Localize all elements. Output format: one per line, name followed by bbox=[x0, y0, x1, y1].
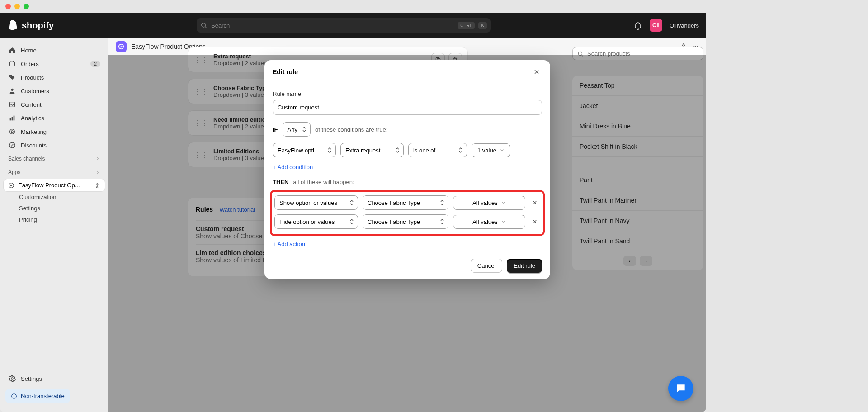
subnav-pricing[interactable]: Pricing bbox=[4, 214, 105, 225]
target-icon bbox=[8, 128, 16, 136]
action-type-select[interactable]: Hide option or values bbox=[274, 214, 358, 229]
mac-close-dot[interactable] bbox=[5, 4, 11, 9]
edit-rule-button[interactable]: Edit rule bbox=[507, 259, 542, 273]
shopify-logo[interactable]: shopify bbox=[7, 19, 54, 31]
app-icon bbox=[116, 41, 127, 52]
info-icon bbox=[11, 393, 17, 399]
svg-point-4 bbox=[11, 89, 13, 91]
cancel-button[interactable]: Cancel bbox=[471, 259, 502, 273]
rule-name-input[interactable] bbox=[273, 100, 542, 115]
then-text: all of these will happen: bbox=[293, 179, 354, 185]
chevron-down-icon bbox=[499, 147, 505, 153]
app-pill[interactable]: EasyFlow Product Op... bbox=[4, 179, 105, 191]
action-value-button[interactable]: All values bbox=[453, 196, 525, 210]
add-action-link[interactable]: + Add action bbox=[273, 241, 542, 247]
svg-point-9 bbox=[10, 129, 15, 134]
nav-settings[interactable]: Settings bbox=[4, 372, 105, 385]
action-target-select[interactable]: Choose Fabric Type bbox=[363, 214, 448, 229]
nav-analytics[interactable]: Analytics bbox=[4, 111, 105, 125]
conditions-text: of these conditions are true: bbox=[315, 126, 387, 133]
condition-value-button[interactable]: 1 value bbox=[472, 143, 510, 157]
condition-option-select[interactable]: Extra request bbox=[340, 143, 404, 157]
kbd-ctrl: CTRL bbox=[458, 22, 475, 29]
add-condition-link[interactable]: + Add condition bbox=[273, 164, 542, 170]
close-icon[interactable] bbox=[531, 66, 542, 77]
svg-rect-7 bbox=[12, 117, 13, 120]
user-name[interactable]: Ollivanders bbox=[670, 22, 699, 29]
modal-title: Edit rule bbox=[273, 68, 298, 76]
action-target-select[interactable]: Choose Fabric Type bbox=[363, 195, 448, 210]
chevron-right-icon bbox=[95, 170, 100, 175]
remove-action-icon[interactable] bbox=[530, 217, 540, 227]
orders-badge: 2 bbox=[90, 61, 100, 67]
nav-content[interactable]: Content bbox=[4, 98, 105, 111]
nav-apps[interactable]: Apps bbox=[4, 166, 105, 179]
svg-rect-2 bbox=[10, 62, 15, 66]
svg-line-1 bbox=[205, 27, 207, 28]
action-value-button[interactable]: All values bbox=[453, 215, 525, 229]
svg-point-12 bbox=[9, 183, 14, 188]
condition-operator-select[interactable]: is one of bbox=[408, 143, 467, 157]
svg-point-0 bbox=[202, 23, 206, 27]
chat-fab[interactable] bbox=[668, 376, 693, 401]
home-icon bbox=[8, 46, 16, 54]
nav-discounts[interactable]: Discounts bbox=[4, 138, 105, 152]
chevron-down-icon bbox=[500, 219, 506, 224]
bell-icon[interactable] bbox=[633, 21, 642, 30]
nav-sales-channels[interactable]: Sales channels bbox=[4, 152, 105, 166]
if-label: IF bbox=[273, 126, 278, 133]
svg-point-13 bbox=[11, 378, 13, 379]
subnav-customization[interactable]: Customization bbox=[4, 191, 105, 203]
orders-icon bbox=[8, 60, 16, 68]
nav-home[interactable]: Home bbox=[4, 43, 105, 57]
main: EasyFlow Product Options ⋮⋮ Extra reques… bbox=[108, 38, 706, 412]
person-icon bbox=[8, 87, 16, 95]
subnav-settings[interactable]: Settings bbox=[4, 203, 105, 214]
match-type-select[interactable]: Any bbox=[283, 122, 311, 137]
check-circle-icon bbox=[8, 182, 14, 189]
global-search[interactable]: Search CTRL K bbox=[197, 18, 491, 33]
chat-icon bbox=[675, 383, 687, 394]
mac-min-dot[interactable] bbox=[14, 4, 20, 9]
action-type-select[interactable]: Show option or values bbox=[274, 195, 358, 210]
nav-products[interactable]: Products bbox=[4, 71, 105, 84]
pin-icon[interactable] bbox=[94, 182, 100, 189]
analytics-icon bbox=[8, 114, 16, 122]
svg-rect-6 bbox=[10, 118, 11, 120]
sidebar: Home Orders2 Products Customers Content … bbox=[0, 38, 108, 412]
chevron-down-icon bbox=[500, 200, 506, 205]
svg-point-10 bbox=[11, 131, 13, 133]
edit-rule-modal: Edit rule Rule name IF Any of these cond… bbox=[264, 60, 550, 279]
discount-icon bbox=[8, 141, 16, 149]
brand-text: shopify bbox=[22, 20, 54, 31]
chevron-right-icon bbox=[95, 156, 100, 161]
nontransferable-badge[interactable]: Non-transferable bbox=[5, 389, 70, 403]
topbar: shopify Search CTRL K Oll Ollivanders bbox=[0, 13, 706, 38]
nav-customers[interactable]: Customers bbox=[4, 84, 105, 98]
nav-marketing[interactable]: Marketing bbox=[4, 125, 105, 138]
svg-rect-8 bbox=[14, 116, 15, 121]
svg-point-23 bbox=[578, 52, 582, 55]
svg-point-3 bbox=[10, 76, 11, 76]
mac-titlebar bbox=[0, 0, 706, 13]
nav-orders[interactable]: Orders2 bbox=[4, 57, 105, 71]
then-label: THEN bbox=[273, 179, 288, 185]
content-icon bbox=[8, 100, 16, 109]
condition-source-select[interactable]: EasyFlow opti... bbox=[273, 143, 336, 157]
remove-action-icon[interactable] bbox=[530, 198, 540, 208]
rule-name-label: Rule name bbox=[273, 90, 542, 97]
search-icon bbox=[200, 22, 208, 29]
kbd-k: K bbox=[478, 22, 487, 29]
search-placeholder: Search bbox=[211, 22, 454, 29]
avatar[interactable]: Oll bbox=[650, 19, 662, 32]
actions-highlight: Show option or values Choose Fabric Type… bbox=[270, 190, 545, 236]
mac-max-dot[interactable] bbox=[24, 4, 29, 9]
gear-icon bbox=[8, 374, 16, 383]
tag-icon bbox=[8, 73, 16, 81]
